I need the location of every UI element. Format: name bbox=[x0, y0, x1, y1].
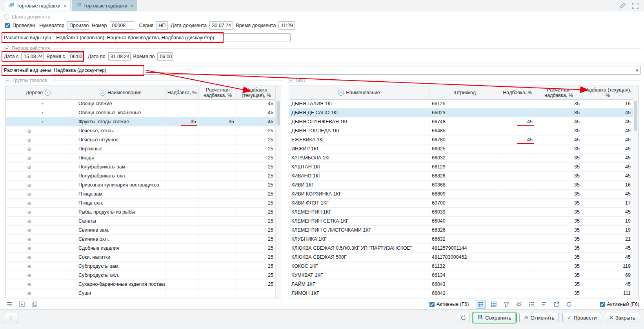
sku-table-row[interactable]: КИВИ КОРЗИНКА 1КГ666093545 bbox=[289, 190, 633, 199]
doc-time-field[interactable]: 11:29 bbox=[278, 21, 295, 30]
time-from-field[interactable]: 06:00 bbox=[68, 52, 84, 61]
collapse-group-icon[interactable] bbox=[4, 46, 9, 51]
expand-node-icon[interactable]: ⊕ bbox=[27, 191, 31, 197]
grid-view-icon[interactable] bbox=[489, 300, 498, 308]
sku-table-row[interactable]: КЛУБНИКА 1КГ666323521 bbox=[289, 235, 633, 244]
sort-asc-icon[interactable] bbox=[100, 90, 106, 96]
sku-table-row[interactable]: КУМКВАТ 1КГ661343569 bbox=[289, 271, 633, 280]
doc-date-field[interactable]: 30.07.24 bbox=[209, 21, 233, 30]
tab-close-icon[interactable]: × bbox=[130, 3, 133, 9]
sku-scrollbar[interactable] bbox=[633, 99, 638, 298]
sku-table-row[interactable]: КАШТАН 1КГ661293545 bbox=[289, 163, 633, 172]
sku-table-row[interactable]: КЛЕМЕНТИН 1КГ660393545 bbox=[289, 208, 633, 217]
active-rows-checkbox[interactable]: Активные (F6) bbox=[429, 302, 469, 307]
expand-node-icon[interactable]: ⊕ bbox=[27, 254, 31, 260]
col-header-current-markup[interactable]: Надбавка (текущая), % bbox=[237, 86, 276, 99]
expand-node-icon[interactable]: ⊕ bbox=[27, 209, 31, 215]
col-header-markup[interactable]: Надбавка, % bbox=[166, 86, 199, 99]
sync-refresh-icon[interactable] bbox=[564, 300, 574, 308]
posted-checkbox[interactable] bbox=[5, 23, 10, 28]
groups-table-row[interactable]: ⊕Печенье штучное25 bbox=[6, 135, 276, 144]
active-sku-checkbox-input[interactable] bbox=[600, 302, 605, 307]
groups-table-row[interactable]: ⊕Салаты25 bbox=[6, 217, 276, 226]
sku-table-row[interactable]: КОКОС 1КГ6113235119 bbox=[289, 262, 633, 271]
sku-table-row[interactable]: ИНЖИР 1КГ660253545 bbox=[289, 144, 633, 154]
sku-table-row[interactable]: КЛЕМЕНТИН С ЛИСТОЧКАМИ 1КГ663263519 bbox=[289, 226, 633, 235]
expand-node-icon[interactable]: ⊕ bbox=[27, 245, 31, 251]
sku-table-row[interactable]: ДЫНЯ ДЕ САПО 1КГ660233545 bbox=[289, 108, 633, 117]
date-to-field[interactable]: 31.08.24 bbox=[108, 52, 131, 61]
numbered-list-icon[interactable] bbox=[527, 300, 536, 308]
active-rows-checkbox-input[interactable] bbox=[429, 302, 435, 307]
price-types-field[interactable]: Надбавка (основная), Наценка производств… bbox=[54, 33, 291, 42]
time-to-field[interactable]: 06:00 bbox=[157, 52, 173, 61]
open-external-icon[interactable] bbox=[552, 300, 561, 308]
expand-node-icon[interactable]: ⊕ bbox=[27, 164, 31, 170]
list-view-icon[interactable] bbox=[476, 300, 486, 309]
expand-node-icon[interactable]: ⊕ bbox=[27, 173, 31, 179]
sku-table-row[interactable]: ДЫНЯ ГАЛИЯ 1КГ661253516 bbox=[289, 99, 633, 108]
tab-close-icon[interactable]: × bbox=[64, 3, 67, 9]
groups-table-row[interactable]: ⊕Субпродукты охл.25 bbox=[6, 271, 276, 280]
close-button[interactable]: × Закрыть bbox=[605, 313, 640, 322]
sort-asc-icon[interactable] bbox=[45, 90, 51, 96]
col-header-barcode[interactable]: Штрихкод bbox=[429, 86, 500, 99]
expand-node-icon[interactable]: ⊕ bbox=[27, 236, 31, 242]
expand-node-icon[interactable]: ⊕ bbox=[27, 263, 31, 269]
groups-table-row[interactable]: ⊕Субпродукты зам.25 bbox=[6, 262, 276, 271]
sku-table-row[interactable]: ЕЖЕВИКА 1КГ66780454545 bbox=[289, 135, 633, 144]
series-field[interactable]: НП bbox=[156, 21, 168, 30]
sku-table-row[interactable]: ДЫНЯ ТОРПЕДА 1КГ664853545 bbox=[289, 126, 633, 135]
sku-table-row[interactable]: ЛАЙМ 1КГ660433545 bbox=[289, 280, 633, 289]
groups-table-row[interactable]: ⊕Полуфабрикаты охл.25 bbox=[6, 172, 276, 181]
expand-node-icon[interactable]: ⊕ bbox=[27, 227, 31, 233]
tab-torgovye-nadbavki-2[interactable]: Торговые надбавки × bbox=[72, 0, 138, 11]
expand-node-icon[interactable]: ⊕ bbox=[27, 291, 31, 296]
groups-table-row[interactable]: ⊕Рыба, продукты из рыбы25 bbox=[6, 208, 276, 217]
expand-node-icon[interactable]: ⊕ bbox=[27, 182, 31, 188]
groups-table-row[interactable]: ⊕Полуфабрикаты зам.25 bbox=[6, 163, 276, 172]
col-header-calc-markup[interactable]: Расчетная надбавка, % bbox=[535, 86, 582, 99]
groups-scrollbar[interactable] bbox=[275, 99, 281, 298]
active-sku-checkbox[interactable]: Активный (F6) bbox=[600, 302, 639, 307]
collapse-group-icon[interactable] bbox=[288, 78, 293, 83]
groups-table-row[interactable]: ⊕Птица зам.25 bbox=[6, 190, 276, 199]
post-button[interactable]: ✓ Провести bbox=[562, 313, 601, 322]
groups-table-row[interactable]: ⊕Сдобные изделия25 bbox=[6, 244, 276, 253]
collapse-group-icon[interactable] bbox=[4, 14, 9, 20]
col-header-name[interactable]: Наименование bbox=[76, 86, 166, 99]
price-type-select[interactable]: Надбавка (дискаунтер) ▾ bbox=[51, 66, 641, 75]
list-settings-icon[interactable] bbox=[539, 300, 549, 308]
sort-asc-icon[interactable] bbox=[338, 90, 344, 96]
expand-node-icon[interactable]: ⊕ bbox=[27, 137, 31, 143]
sku-table-row[interactable]: ЛИМОН 1КГ6604235111 bbox=[289, 289, 633, 298]
groups-table-row[interactable]: ⊕Сухарно-бараночные изделия поставщ25 bbox=[6, 280, 276, 289]
col-header-tree[interactable]: Дерево bbox=[6, 86, 71, 99]
more-menu-button[interactable]: ⋮ bbox=[4, 313, 18, 323]
date-from-field[interactable]: 15.08.24 bbox=[21, 52, 44, 61]
groups-table-row[interactable]: ⊕Свинина зам.25 bbox=[6, 226, 276, 235]
expand-node-icon[interactable]: ⊕ bbox=[27, 128, 31, 134]
expand-node-icon[interactable]: ⊕ bbox=[27, 272, 31, 278]
sku-table-row[interactable]: КЛЕМЕНТИН СЕТКА 1КГ660403519 bbox=[289, 217, 633, 226]
collapse-tree-icon[interactable] bbox=[5, 300, 14, 308]
numerator-field[interactable]: Произво bbox=[67, 21, 89, 30]
col-header-calc-markup[interactable]: Расчетная надбавка, % bbox=[199, 86, 237, 99]
sku-table-row[interactable]: КИВАНО 1КГ668263545 bbox=[289, 172, 633, 181]
expand-node-icon[interactable]: ⊕ bbox=[27, 155, 31, 161]
number-field[interactable]: 00008 bbox=[110, 21, 134, 30]
sku-table-row[interactable]: ДЫНЯ ОРАНЖЕВАЯ 1КГ66748454545 bbox=[289, 117, 633, 126]
groups-table-row[interactable]: •Фрукты, ягоды свежие353545 bbox=[6, 117, 276, 126]
col-header-current-markup[interactable]: Надбавка (текущая), % bbox=[582, 86, 633, 99]
cascade-windows-icon[interactable] bbox=[30, 300, 39, 308]
expand-node-icon[interactable]: ⊕ bbox=[27, 218, 31, 224]
settings-gear-icon[interactable] bbox=[514, 300, 524, 308]
sku-table-row[interactable]: КАРАМБОЛА 1КГ660323545 bbox=[289, 154, 633, 163]
collapse-group-icon[interactable] bbox=[5, 78, 10, 83]
groups-table-row[interactable]: ⊕Пиццы25 bbox=[6, 154, 276, 163]
refresh-button[interactable] bbox=[457, 313, 469, 322]
col-header-markup[interactable]: Надбавка, % bbox=[500, 86, 535, 99]
edit-pencil-icon[interactable] bbox=[619, 2, 626, 10]
groups-table-row[interactable]: ⊕Свинина охл.25 bbox=[6, 235, 276, 244]
expand-level-icon[interactable] bbox=[17, 300, 27, 308]
